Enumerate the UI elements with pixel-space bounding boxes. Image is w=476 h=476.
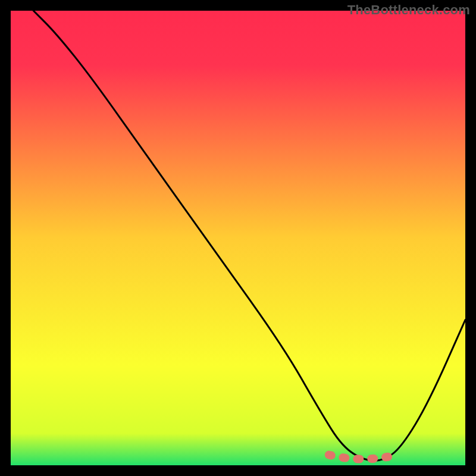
gradient-background: [11, 11, 465, 465]
bottleneck-curve-chart: [11, 11, 465, 465]
chart-frame: TheBottleneck.com: [0, 0, 476, 476]
watermark: TheBottleneck.com: [347, 2, 470, 18]
